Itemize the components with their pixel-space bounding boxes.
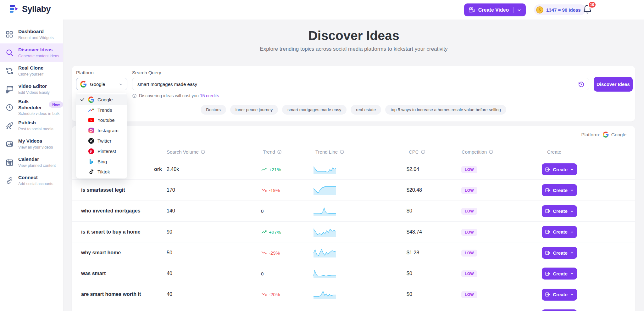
search-volume-cell: 170 [167, 187, 175, 193]
bing-icon [88, 158, 94, 165]
link-icon [5, 176, 14, 185]
platform-option-label: Instagram [97, 128, 119, 133]
trend-line-sparkline [314, 248, 336, 257]
row-create-button[interactable]: Create [542, 163, 577, 175]
info-icon[interactable] [421, 150, 425, 154]
tiktok-icon [88, 169, 94, 175]
row-create-button[interactable]: Create [542, 226, 577, 238]
chevron-down-icon[interactable] [517, 8, 522, 13]
row-create-button[interactable]: Create [542, 247, 577, 259]
platform-option-twitter[interactable]: Twitter [76, 136, 127, 146]
sidebar-item-publish[interactable]: Publish Post to social media [0, 116, 63, 135]
sidebar-item-label: Publish [18, 120, 36, 126]
platform-option-google[interactable]: Google [76, 94, 127, 105]
table-platform-label: Platform: [581, 132, 600, 137]
google-icon [603, 132, 609, 138]
platform-option-youtube[interactable]: Youtube [76, 115, 127, 126]
suggestion-chip[interactable]: Doctors [201, 105, 226, 115]
trending-down-icon [261, 291, 267, 297]
sidebar-item-connect[interactable]: Connect Add social accounts [0, 171, 63, 189]
svg-text:P: P [90, 150, 92, 153]
sidebar-item-dashboard[interactable]: Dashboard Recent and Widgets [0, 25, 63, 43]
platform-select[interactable]: Google [76, 78, 127, 90]
sidebar-item-discover-ideas[interactable]: Discover Ideas Generate content ideas [0, 43, 63, 62]
sidebar-item-sublabel: Generate content ideas [18, 54, 59, 58]
trend-value: -29% [269, 250, 280, 255]
column-header-competition: Competition [462, 149, 493, 155]
platform-option-tiktok[interactable]: Tiktok [76, 167, 127, 177]
info-icon[interactable] [489, 150, 493, 154]
sidebar-list: Dashboard Recent and Widgets Discover Id… [0, 25, 63, 189]
sidebar-item-sublabel: Add social accounts [18, 182, 53, 186]
row-create-label: Create [553, 292, 568, 297]
platform-option-trends[interactable]: Trends [76, 105, 127, 115]
platform-option-bing[interactable]: Bing [76, 156, 127, 167]
row-create-button[interactable]: Create [542, 268, 577, 280]
sidebar-item-my-videos[interactable]: My Videos View all your videos [0, 135, 63, 153]
cost-note-text: Discovering ideas will cost you [139, 93, 199, 98]
competition-cell: LOW [461, 187, 477, 193]
suggestion-chip[interactable]: smart mortgages made easy [282, 105, 347, 115]
row-create-button[interactable]: Create [542, 205, 577, 217]
sidebar-item-sublabel: Schedule videos in bulk [18, 111, 59, 116]
clock-icon [5, 103, 14, 112]
video-plus-icon [545, 167, 551, 172]
main-content: Discover Ideas Explore trending topics a… [64, 20, 644, 311]
sidebar-item-video-editor[interactable]: Video Editor Edit Videos Easily [0, 80, 63, 98]
sidebar-item-sublabel: View all your videos [18, 145, 53, 150]
create-video-label: Create Video [478, 7, 509, 13]
competition-cell: LOW [461, 229, 477, 235]
table-row: ork 2.40k +21% $2.04 LOW Create [72, 159, 635, 179]
info-icon[interactable] [201, 150, 205, 154]
trend-line-sparkline [314, 185, 336, 195]
pinterest-icon: P [88, 148, 94, 154]
suggestion-chip[interactable]: real estate [351, 105, 381, 115]
suggestion-chip[interactable]: inner peace journey [230, 105, 278, 115]
chevron-down-icon [119, 82, 123, 87]
search-icon [5, 48, 14, 57]
sidebar-item-calendar[interactable]: Calendar View planned content [0, 153, 63, 171]
sidebar-item-bulk-scheduler[interactable]: Bulk SchedulerNew Schedule videos in bul… [0, 98, 63, 116]
table-row: why smart home 50 -29% $1.28 LOW Create [72, 242, 635, 263]
table-row: was smart 40 0 $0 LOW Create [72, 263, 635, 284]
row-create-button[interactable]: Create [542, 184, 577, 196]
sidebar-item-sublabel: Edit Videos Easily [18, 90, 50, 95]
column-header-label: Trend [263, 149, 275, 155]
platform-option-label: Pinterest [97, 149, 116, 154]
platform-option-pinterest[interactable]: P Pinterest [76, 146, 127, 156]
trend-cell: -20% [261, 291, 280, 297]
search-query-input[interactable] [132, 78, 589, 90]
trend-cell: -19% [261, 187, 280, 193]
video-camera-icon [468, 7, 475, 14]
column-header-label: Competition [462, 149, 487, 155]
suggestion-chip[interactable]: top 5 ways to increase a homes resale va… [385, 105, 506, 115]
column-header-search-volume: Search Volume [167, 149, 205, 155]
sidebar-item-real-clone[interactable]: Real Clone Clone yourself [0, 62, 63, 80]
film-icon [5, 84, 14, 94]
google-icon [88, 96, 94, 103]
credits-pill[interactable]: $ 1347 = 90 Ideas [534, 4, 586, 15]
cost-credits-link[interactable]: 15 credits [200, 93, 219, 98]
competition-cell: LOW [461, 271, 477, 276]
search-history-icon[interactable] [577, 81, 585, 88]
notifications-bell[interactable]: 10 [582, 4, 594, 16]
syllaby-logo[interactable]: Syllaby [8, 4, 51, 14]
notification-count-badge: 10 [588, 1, 596, 8]
info-icon[interactable] [277, 150, 282, 154]
column-header-trend: Trend [263, 149, 282, 155]
trend-cell: 0 [261, 208, 264, 214]
video-plus-icon [545, 187, 551, 193]
info-icon[interactable] [340, 150, 344, 154]
video-plus-icon [545, 229, 551, 235]
row-create-button[interactable]: Create [542, 289, 577, 301]
discover-ideas-button[interactable]: Discover Ideas [594, 77, 633, 92]
syllaby-logo-icon [8, 4, 19, 14]
row-create-button[interactable]: Create [542, 309, 577, 311]
trend-value: 0 [261, 208, 264, 214]
create-video-button[interactable]: Create Video [464, 3, 526, 16]
search-volume-cell: 140 [167, 208, 175, 214]
platform-option-instagram[interactable]: Instagram [76, 125, 127, 136]
check-icon [80, 97, 85, 102]
trend-line-sparkline [314, 269, 336, 278]
new-badge: New [49, 101, 63, 108]
